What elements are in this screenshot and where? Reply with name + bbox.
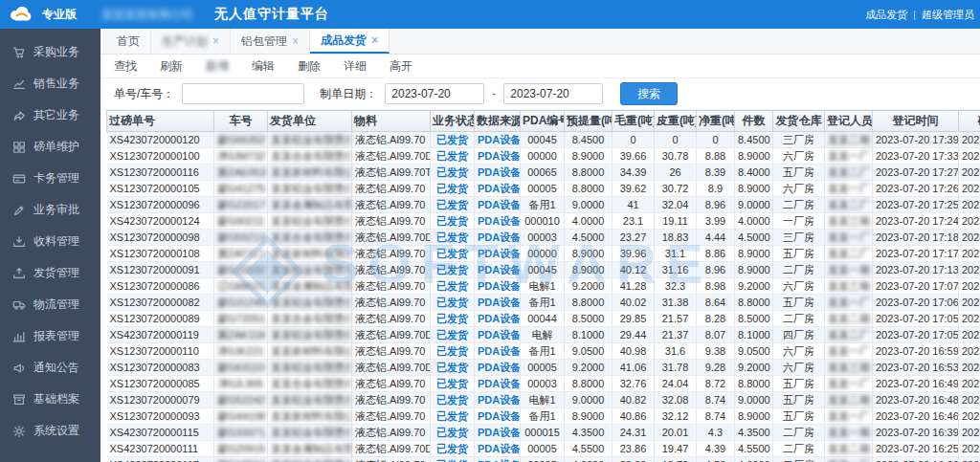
- table-row[interactable]: XS1230720000110津0JK221某某新材料有限公司液态铝.Al99.…: [107, 343, 980, 360]
- waybill-input[interactable]: [182, 83, 304, 104]
- sidebar-item-label: 系统设置: [33, 423, 79, 439]
- search-button[interactable]: 搜索: [620, 82, 678, 105]
- cell-net: 8.39: [697, 165, 735, 181]
- company-name: 某某某某有限公司: [101, 7, 193, 23]
- column-header-source[interactable]: 数据来源: [475, 111, 521, 132]
- cell-gross: 23.32: [612, 457, 655, 462]
- column-header-shipper[interactable]: 发货单位: [268, 111, 352, 132]
- sidebar-item-notice[interactable]: 通知公告: [0, 352, 100, 384]
- toolbar-button-delete[interactable]: 删除: [298, 58, 321, 75]
- sidebar-item-logistics[interactable]: 物流管理: [0, 289, 100, 320]
- table-row[interactable]: XS1230720000093蒙G44108某某新材料有限公司液态铝.Al99.…: [107, 408, 980, 425]
- cell-pieces: 9.2000: [735, 278, 773, 295]
- cell-net: 4.39: [697, 441, 735, 457]
- cell-material: 液态铝.Al99.70: [352, 311, 431, 327]
- table-row[interactable]: XS1230720000083蒙G63110某某铝业有限责任公司液态铝.Al99…: [107, 360, 980, 376]
- cell-tare: 32.04: [655, 197, 697, 213]
- tab-production-plan[interactable]: 生产计划×: [151, 29, 231, 54]
- column-header-plan_qty[interactable]: 预提量(吨): [565, 111, 612, 132]
- column-header-confirm_time[interactable]: 确认时间: [959, 111, 980, 132]
- column-header-gross[interactable]: 毛重(吨): [612, 111, 655, 132]
- topbar-user[interactable]: 超级管理员: [922, 8, 974, 22]
- cell-plan_qty: 8.1000: [565, 327, 612, 343]
- sidebar-item-shipping[interactable]: 发货管理: [0, 257, 100, 289]
- cell-tare: 21.57: [655, 311, 697, 327]
- table-row[interactable]: XS1230720000100津0JM732某某合金有限责任公司液态铝.Al99…: [107, 148, 980, 165]
- sidebar-item-label: 收料管理: [33, 233, 79, 250]
- table-row[interactable]: XS4230720000115蒙G33371某某铝业有限责任公司液态铝.Al99…: [107, 425, 980, 441]
- column-header-status[interactable]: 业务状态: [431, 111, 475, 132]
- close-icon[interactable]: ×: [212, 35, 219, 47]
- table-row[interactable]: XS4230720000124蒙G90211某某铝业有限责任公司液态铝.Al99…: [107, 213, 980, 230]
- table-row[interactable]: XS1230720000098蒙G55213某某合金有限责任公司液态铝.Al99…: [107, 230, 980, 246]
- cell-bill_no: XS4230720000117: [107, 457, 214, 462]
- sidebar-item-sales[interactable]: 销售业务: [0, 68, 100, 99]
- cell-bill_no: XS1230720000082: [107, 295, 214, 311]
- column-header-reg_time[interactable]: 登记时间: [873, 111, 959, 132]
- sidebar-item-purchase[interactable]: 采购业务: [0, 36, 100, 68]
- toolbar-button-add[interactable]: 新增: [206, 58, 229, 75]
- sidebar-item-reports[interactable]: 报表管理: [0, 320, 100, 352]
- bar-chart-icon: [12, 330, 26, 343]
- sidebar-item-weighbill[interactable]: 磅单维护: [0, 131, 100, 163]
- toolbar-button-find[interactable]: 查找: [114, 58, 137, 75]
- cell-plan_qty: 8.8000: [565, 295, 612, 311]
- toolbar-button-refresh[interactable]: 刷新: [160, 58, 183, 75]
- sidebar-item-receiving[interactable]: 收料管理: [0, 226, 100, 257]
- column-header-material[interactable]: 物料: [352, 111, 431, 132]
- cell-pieces: 9.0000: [735, 197, 773, 213]
- tab-product-shipping[interactable]: 成品发货×: [310, 29, 390, 54]
- sidebar-item-label: 通知公告: [33, 360, 79, 376]
- cell-warehouse: 五厂房: [773, 246, 825, 262]
- column-header-tare[interactable]: 皮重(吨): [655, 111, 697, 132]
- table-row[interactable]: XS4230720000119冀ZAK118某某铝业有限责任公司液态铝.Al99…: [107, 327, 980, 343]
- tab-home[interactable]: 首页: [106, 29, 151, 54]
- table-row[interactable]: XS1230720000079蒙G52242某某铝业有限责任公司液态铝.Al99…: [107, 392, 980, 408]
- sidebar-item-other[interactable]: 其它业务: [0, 99, 100, 131]
- column-header-plate_no[interactable]: 车号: [214, 111, 268, 132]
- topbar-module-link[interactable]: 成品发货: [865, 8, 907, 22]
- table-row[interactable]: XS1230720000082蒙G31245某某铝业有限责任公司液态铝.Al99…: [107, 295, 980, 311]
- tab-label: 成品发货: [321, 33, 367, 49]
- cell-gross: 40.82: [612, 392, 655, 408]
- column-header-net[interactable]: 净重(吨): [697, 111, 735, 132]
- cell-shipper: 某某铝业有限责任公司: [268, 181, 352, 197]
- column-header-pda_no[interactable]: PDA编号: [521, 111, 565, 132]
- column-header-pieces[interactable]: 件数: [735, 111, 773, 132]
- table-row[interactable]: XS1230720000089蒙G72051某某合金有限责任公司液态铝.Al99…: [107, 311, 980, 327]
- table-row[interactable]: XS1230720000096蒙G22017某某金属制品有限公司液态铝.Al99…: [107, 197, 980, 213]
- date-to-input[interactable]: [503, 83, 603, 104]
- table-row[interactable]: XS1230720000108冀ZAT117某某新材料有限公司液态铝.Al99.…: [107, 246, 980, 262]
- table-row[interactable]: XS4230720000111蒙G20915某某金属制品有限公司液态铝.Al99…: [107, 441, 980, 457]
- sidebar-item-settings[interactable]: 系统设置: [0, 415, 100, 447]
- sidebar-item-archives[interactable]: 基础档案: [0, 384, 100, 415]
- sidebar-item-card[interactable]: 卡务管理: [0, 163, 100, 194]
- table-row[interactable]: XS1230720000105蒙G41275某某铝业有限责任公司液态铝.Al99…: [107, 181, 980, 197]
- table-row[interactable]: XS1230720000091蒙G10332某某铝业有限责任公司液态铝.Al99…: [107, 262, 980, 278]
- table-row[interactable]: XS1230720000116冀ZAE053某某新材料有限公司液态铝.Al99.…: [107, 165, 980, 181]
- cell-shipper: 某某合金有限责任公司: [268, 148, 352, 165]
- toolbar-button-edit[interactable]: 编辑: [252, 58, 275, 75]
- cell-plan_qty: 8.9000: [565, 408, 612, 425]
- close-icon[interactable]: ×: [292, 35, 299, 47]
- cell-registrar: 某某一厂: [825, 343, 873, 360]
- table-row[interactable]: XS1230720000085津0JL905某某合金有限责任公司液态铝.Al99…: [107, 376, 980, 392]
- cell-warehouse: 五厂房: [773, 165, 825, 181]
- toolbar-button-open[interactable]: 高开: [390, 58, 412, 75]
- sidebar-item-approval[interactable]: 业务审批: [0, 194, 100, 226]
- table-row[interactable]: XS4230720000120蒙G66352某某铝业有限责任公司液态铝.Al99…: [107, 132, 980, 148]
- tab-ladle-management[interactable]: 铝包管理×: [231, 29, 310, 54]
- sidebar-item-label: 基础档案: [33, 391, 79, 407]
- cell-pda_no: 00000: [521, 148, 565, 165]
- cell-status: 已发货: [431, 408, 475, 425]
- table-row[interactable]: XS4230720000117蒙G18824某某铝业有限责任公司液态铝.Al99…: [107, 457, 980, 462]
- toolbar-button-detail[interactable]: 详细: [344, 58, 367, 75]
- cell-confirm_time: 2023-07-20 17:08: [959, 295, 980, 311]
- column-header-registrar[interactable]: 登记人员: [825, 111, 873, 132]
- column-header-warehouse[interactable]: 发货仓库: [773, 111, 825, 132]
- date-from-input[interactable]: [385, 83, 484, 104]
- column-header-bill_no[interactable]: 过磅单号: [107, 111, 214, 132]
- cell-net: 8.72: [697, 376, 735, 392]
- table-row[interactable]: XS1230720000086辽G88021某某金属制品有限公司液态铝.Al99…: [107, 278, 980, 295]
- close-icon[interactable]: ×: [371, 34, 378, 46]
